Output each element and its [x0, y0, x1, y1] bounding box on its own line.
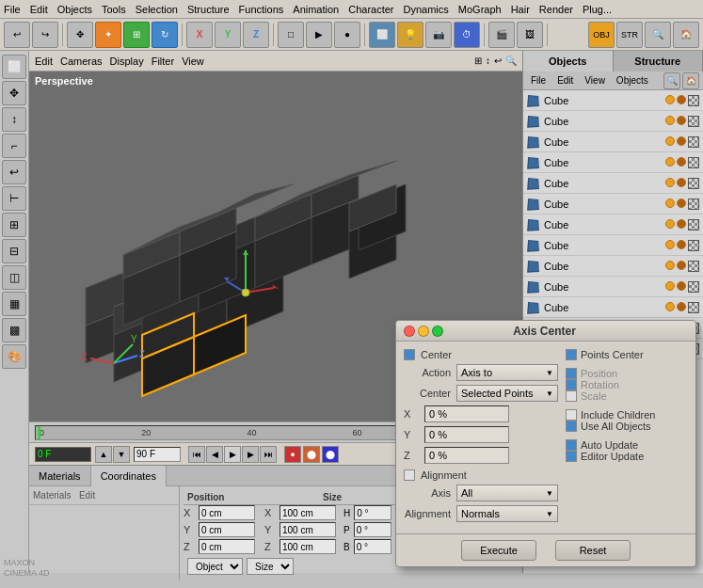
sidebar-move-btn[interactable]: ✥	[2, 81, 26, 105]
list-item[interactable]: Cube	[523, 256, 703, 277]
size-dropdown[interactable]: Size	[247, 558, 294, 575]
x-size-input[interactable]	[280, 505, 336, 520]
key-btn[interactable]: ⬤	[322, 446, 339, 463]
select-btn[interactable]: ✥	[67, 22, 93, 48]
redo-btn[interactable]: ↪	[32, 22, 58, 48]
mat-edit[interactable]: Edit	[79, 490, 95, 501]
obj-mat-icon[interactable]	[688, 95, 699, 106]
obj-render-dot[interactable]	[677, 136, 686, 146]
menu-objects[interactable]: Objects	[57, 4, 92, 15]
obj-vis-dot[interactable]	[665, 95, 675, 104]
list-item[interactable]: Cube	[523, 173, 703, 194]
center-dropdown[interactable]: Selected Points ▼	[456, 385, 558, 402]
obj-render-dot[interactable]	[677, 302, 686, 311]
rt-view[interactable]: View	[581, 75, 609, 86]
menu-hair[interactable]: Hair	[511, 4, 530, 15]
list-item[interactable]: Cube	[523, 152, 703, 173]
sidebar-palette-btn[interactable]: 🎨	[2, 344, 26, 369]
vp-edit[interactable]: Edit	[35, 56, 53, 67]
rt-home[interactable]: 🏠	[682, 72, 699, 89]
reset-button[interactable]: Reset	[555, 540, 631, 561]
record-btn[interactable]: ●	[334, 22, 360, 48]
go-start-btn[interactable]: ⏮	[188, 446, 205, 463]
anim-btn[interactable]: ⏱	[454, 22, 480, 48]
rt-file[interactable]: File	[527, 75, 550, 86]
play-btn[interactable]: ▶	[306, 22, 332, 48]
search-btn[interactable]: 🔍	[645, 22, 671, 48]
sidebar-select-btn[interactable]: ▦	[2, 292, 26, 316]
obj-mat-icon[interactable]	[688, 157, 699, 168]
editor-update-check[interactable]	[566, 451, 577, 462]
points-center-check[interactable]	[566, 349, 577, 360]
execute-button[interactable]: Execute	[461, 540, 536, 561]
obj-mat-icon[interactable]	[688, 116, 699, 127]
sidebar-corner-btn[interactable]: ⌐	[2, 134, 26, 158]
x-axis-btn[interactable]: X	[186, 22, 213, 48]
obj-vis-dot[interactable]	[665, 219, 675, 229]
menu-selection[interactable]: Selection	[136, 4, 178, 15]
obj-render-dot[interactable]	[677, 240, 686, 249]
menu-mograph[interactable]: MoGraph	[458, 4, 502, 15]
y-axis-btn[interactable]: Y	[215, 22, 241, 48]
sidebar-back-btn[interactable]: ↩	[2, 160, 26, 184]
close-btn[interactable]	[404, 326, 415, 337]
obj-mat-icon[interactable]	[688, 281, 699, 293]
object-dropdown[interactable]: Object	[187, 558, 243, 575]
obj-mat-icon[interactable]	[688, 199, 699, 210]
tab-materials[interactable]: Materials	[29, 466, 91, 486]
minimize-btn[interactable]	[418, 326, 429, 337]
obj-mat-icon[interactable]	[688, 261, 699, 272]
list-item[interactable]: Cube	[523, 194, 703, 215]
obj-render-dot[interactable]	[677, 116, 686, 125]
list-item[interactable]: Cube	[523, 90, 703, 111]
vp-icon1[interactable]: ⊞	[474, 56, 482, 66]
center-checkbox[interactable]	[404, 349, 415, 360]
mat-file[interactable]: Materials	[33, 490, 72, 501]
obj-mat-icon[interactable]	[688, 302, 699, 313]
list-item[interactable]: Cube	[523, 235, 703, 256]
vp-icon2[interactable]: ↕	[486, 56, 490, 66]
maximize-btn[interactable]	[432, 326, 443, 337]
menu-character[interactable]: Character	[348, 4, 393, 15]
obj-render-dot[interactable]	[677, 281, 686, 291]
z-pos-input[interactable]	[199, 539, 255, 554]
vp-display[interactable]: Display	[110, 56, 144, 67]
list-item[interactable]: Cube	[523, 132, 703, 152]
light-btn[interactable]: 💡	[397, 22, 423, 48]
rt-edit[interactable]: Edit	[553, 75, 577, 86]
menu-functions[interactable]: Functions	[239, 4, 284, 15]
obj-vis-dot[interactable]	[665, 302, 675, 311]
frame-down-btn[interactable]: ▼	[113, 446, 130, 463]
obj-vis-dot[interactable]	[665, 116, 675, 125]
axis-dropdown[interactable]: All ▼	[456, 485, 558, 501]
menu-structure[interactable]: Structure	[187, 4, 230, 15]
y-size-input[interactable]	[280, 522, 336, 537]
obj-vis-dot[interactable]	[665, 178, 675, 187]
list-item[interactable]: Cube	[523, 215, 703, 235]
rotate-btn[interactable]: ↻	[152, 22, 178, 48]
prev-frame-btn[interactable]: ◀	[206, 446, 223, 463]
go-end-btn[interactable]: ⏭	[260, 446, 277, 463]
menu-tools[interactable]: Tools	[102, 4, 126, 15]
menu-render[interactable]: Render	[539, 4, 573, 15]
obj-render-dot[interactable]	[677, 261, 686, 270]
frame-up-btn[interactable]: ▲	[95, 446, 112, 463]
sidebar-grid-btn[interactable]: ⊞	[2, 213, 26, 237]
obj-vis-dot[interactable]	[665, 157, 675, 167]
sidebar-arrow-btn[interactable]: ↕	[2, 107, 26, 132]
y-value-input[interactable]: 0 %	[424, 426, 509, 443]
obj-vis-dot[interactable]	[665, 281, 675, 291]
p-rot-input[interactable]	[354, 522, 391, 537]
cam-btn[interactable]: 📷	[425, 22, 452, 48]
obj-render-dot[interactable]	[677, 157, 686, 167]
vp-icon3[interactable]: ↩	[494, 56, 502, 66]
obj-vis-dot[interactable]	[665, 240, 675, 249]
list-item[interactable]: Cube	[523, 297, 703, 318]
list-item[interactable]: Cube	[523, 111, 703, 132]
auto-update-check[interactable]	[566, 439, 577, 451]
scale-btn[interactable]: ⊞	[123, 22, 150, 48]
cube-add-btn[interactable]: ⬜	[369, 22, 395, 48]
x-value-input[interactable]: 0 %	[424, 405, 509, 422]
sidebar-viewport-btn[interactable]: ⬜	[2, 55, 26, 79]
vp-view[interactable]: View	[182, 56, 204, 67]
